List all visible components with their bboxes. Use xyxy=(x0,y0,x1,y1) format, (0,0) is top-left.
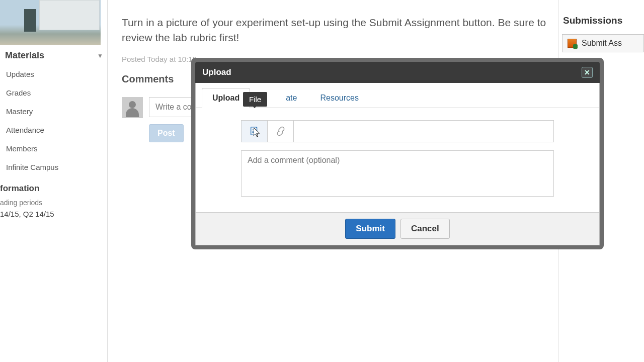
assignment-description: Turn in a picture of your experiment set… xyxy=(122,15,549,46)
sidebar-item-attendance[interactable]: Attendance xyxy=(0,121,107,139)
materials-label: Materials xyxy=(5,50,44,61)
course-banner-image xyxy=(0,0,101,45)
cancel-button[interactable]: Cancel xyxy=(400,219,450,239)
link-icon xyxy=(275,126,286,137)
tab-resources[interactable]: Resources xyxy=(309,88,369,108)
modal-header: Upload ✕ xyxy=(195,62,600,83)
file-upload-button[interactable] xyxy=(242,121,268,142)
sidebar-item-updates[interactable]: Updates xyxy=(0,65,107,83)
submit-assignment-button[interactable]: Submit Ass xyxy=(562,34,644,52)
modal-title: Upload xyxy=(202,67,231,77)
post-button[interactable]: Post xyxy=(149,124,184,142)
submit-assignment-icon xyxy=(568,39,577,48)
attachment-row xyxy=(241,120,554,142)
modal-footer: Submit Cancel xyxy=(196,212,599,245)
tab-create[interactable]: ate xyxy=(275,88,307,108)
file-icon xyxy=(249,126,260,137)
course-sidebar: Materials ▼ Updates Grades Mastery Atten… xyxy=(0,0,108,362)
sidebar-nav: Updates Grades Mastery Attendance Member… xyxy=(0,65,107,176)
sidebar-item-members[interactable]: Members xyxy=(0,139,107,158)
upload-comment-input[interactable] xyxy=(241,150,554,197)
chevron-down-icon: ▼ xyxy=(97,52,103,59)
tab-upload[interactable]: Upload xyxy=(202,88,250,108)
sidebar-materials-header[interactable]: Materials ▼ xyxy=(0,45,107,65)
submissions-header: Submissions xyxy=(559,15,644,34)
close-icon[interactable]: ✕ xyxy=(582,67,593,78)
avatar xyxy=(122,97,143,118)
submit-button[interactable]: Submit xyxy=(345,219,395,239)
grading-periods-label: ading periods xyxy=(0,197,107,209)
information-header: formation xyxy=(0,176,107,197)
modal-tabs: Upload ate Resources xyxy=(196,83,599,108)
link-attach-button[interactable] xyxy=(268,121,294,142)
grading-periods-value: 14/15, Q2 14/15 xyxy=(0,209,107,219)
sidebar-item-grades[interactable]: Grades xyxy=(0,83,107,102)
submit-assignment-label: Submit Ass xyxy=(582,39,622,48)
sidebar-item-mastery[interactable]: Mastery xyxy=(0,102,107,121)
upload-modal: Upload ✕ Upload ate Resources xyxy=(191,58,604,249)
sidebar-item-infinite-campus[interactable]: Infinite Campus xyxy=(0,158,107,176)
attachment-empty-area[interactable] xyxy=(294,121,553,142)
